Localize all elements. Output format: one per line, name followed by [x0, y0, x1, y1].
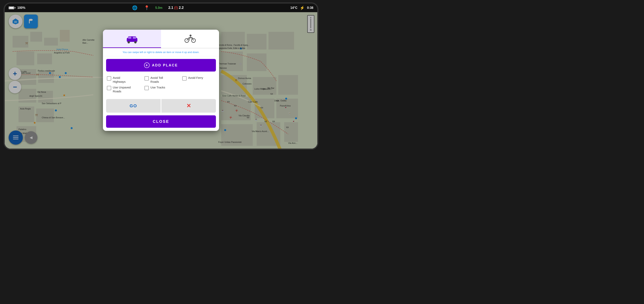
options-row-1: AvoidHighways Avoid TollRoads Avoid Ferr…: [107, 76, 215, 84]
car-tab[interactable]: [103, 30, 161, 48]
action-buttons: GO ✕: [106, 99, 216, 113]
cancel-button[interactable]: ✕: [162, 99, 216, 113]
use-tracks-checkbox[interactable]: [144, 86, 149, 90]
avoid-toll-roads-label: Avoid TollRoads: [150, 76, 163, 84]
battery-percent: 100%: [17, 6, 26, 10]
location-pin-icon: 📍: [144, 5, 150, 10]
status-center: 🌐 📍 5.0m 2.1 (!) 2.2: [132, 5, 184, 10]
svg-point-69: [128, 41, 130, 43]
bike-tab[interactable]: [161, 30, 219, 48]
phone-frame: 100% 🌐 📍 5.0m 2.1 (!) 2.2 14°C ⚡ 0:38: [4, 2, 318, 150]
status-bar: 100% 🌐 📍 5.0m 2.1 (!) 2.2 14°C ⚡ 0:38: [5, 3, 317, 12]
use-tracks-option: Use Tracks: [144, 85, 177, 90]
bluetooth-icon: ⚡: [300, 5, 305, 10]
temperature-display: 14°C: [290, 6, 298, 10]
avoid-ferry-checkbox[interactable]: [182, 76, 186, 81]
use-unpaved-roads-option: Use Unpaved Roads: [107, 85, 140, 93]
map-area: ★ ★ ✕ ✕ ⛩ ⛩ ⛩ ⊙ 🍽 🍵 🍽 🍽 🍽 🍷 ☕ 🍽 🍸 🍽: [5, 12, 317, 149]
use-unpaved-roads-label: Use Unpaved Roads: [113, 85, 140, 93]
avoid-ferry-option: Avoid Ferry: [182, 76, 215, 81]
svg-rect-72: [133, 37, 136, 39]
battery-icon: [9, 6, 15, 9]
svg-rect-71: [128, 37, 131, 39]
use-unpaved-roads-checkbox[interactable]: [107, 86, 111, 90]
add-place-icon: +: [144, 62, 150, 68]
add-place-button[interactable]: + ADD PLACE: [106, 59, 216, 72]
time-display: 0:38: [307, 6, 313, 10]
go-button[interactable]: GO: [106, 99, 160, 113]
status-left: 100%: [9, 6, 26, 10]
add-place-label: ADD PLACE: [152, 63, 178, 67]
avoid-highways-label: AvoidHighways: [113, 76, 126, 84]
use-tracks-label: Use Tracks: [150, 85, 165, 89]
cancel-x-icon: ✕: [186, 103, 191, 109]
avoid-toll-roads-checkbox[interactable]: [144, 76, 149, 81]
status-right: 14°C ⚡ 0:38: [290, 5, 313, 10]
speed-display: 2.1 (!) 2.2: [168, 6, 184, 10]
transport-tabs: [103, 30, 219, 48]
globe-icon: 🌐: [132, 5, 138, 10]
svg-point-75: [190, 35, 192, 36]
swipe-hint: You can swipe left or right to delete an…: [103, 48, 219, 56]
avoid-ferry-label: Avoid Ferry: [188, 76, 203, 80]
options-row-2: Use Unpaved Roads Use Tracks: [107, 85, 215, 93]
svg-point-70: [134, 41, 136, 43]
modal-overlay: You can swipe left or right to delete an…: [5, 12, 317, 149]
avoid-toll-roads-option: Avoid TollRoads: [144, 76, 177, 84]
car-icon: [125, 34, 139, 43]
avoid-highways-option: AvoidHighways: [107, 76, 140, 84]
route-planner-modal: You can swipe left or right to delete an…: [103, 30, 219, 131]
close-button[interactable]: CLOSE: [106, 115, 216, 128]
avoid-highways-checkbox[interactable]: [107, 76, 111, 81]
bike-icon: [183, 34, 197, 43]
location-accuracy: 5.0m: [155, 6, 162, 10]
options-section: AvoidHighways Avoid TollRoads Avoid Ferr…: [103, 74, 219, 98]
